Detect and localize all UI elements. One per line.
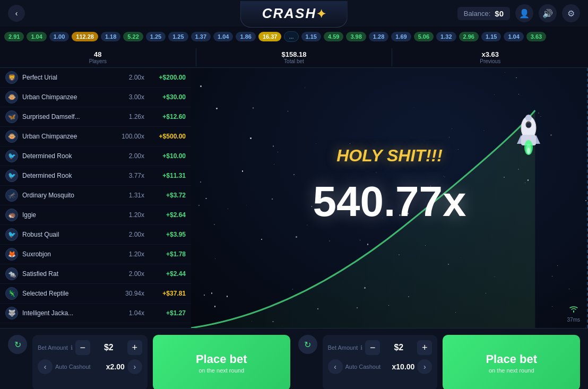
info-icon-2: ℹ	[360, 344, 362, 351]
bet-value-2: $2	[383, 343, 414, 352]
person-icon-button[interactable]: 👤	[515, 4, 533, 22]
player-row: 🐵 Urban Chimpanzee 3.00x +$30.00	[0, 88, 191, 107]
player-mult: 3.77x	[113, 172, 144, 179]
player-win: +$11.31	[149, 172, 186, 179]
player-win: +$3.72	[149, 192, 186, 199]
player-row: 🦋 Surprised Damself... 1.26x +$12.60	[0, 107, 191, 127]
total-bet-stat: $158.18 Total bet	[196, 48, 393, 66]
player-name: Urban Chimpanzee	[22, 133, 108, 140]
header-right: Balance: $0 👤 🔊 ⚙	[457, 4, 580, 22]
player-mult: 1.20x	[113, 250, 144, 258]
player-win: +$10.00	[149, 152, 186, 160]
player-row: 🐦 Determined Rook 3.77x +$11.31	[0, 166, 191, 186]
player-name: Urban Chimpanzee	[22, 93, 108, 101]
autocashout-next-1[interactable]: ›	[127, 359, 142, 374]
svg-point-10	[527, 148, 530, 154]
bet-plus-button-2[interactable]: +	[417, 340, 432, 355]
bet-amount-row-2: Bet Amount ℹ − $2 +	[328, 340, 433, 355]
multiplier-pill: 3.63	[526, 32, 546, 41]
players-stat: 48 Players	[0, 48, 196, 66]
player-avatar: 🦋	[5, 110, 18, 123]
multiplier-pill: 1.86	[236, 32, 255, 41]
player-row: 🐦 Robust Quail 2.00x +$3.95	[0, 225, 191, 245]
player-avatar: 🐺	[5, 307, 18, 319]
main-area: 🦁 Perfect Urial 2.00x +$200.00 🐵 Urban C…	[0, 68, 588, 328]
bet-minus-button-1[interactable]: −	[75, 340, 90, 355]
previous-value: x3.63	[481, 50, 499, 58]
header: ‹ CRASH✦ Balance: $0 👤 🔊 ⚙	[0, 0, 588, 27]
autocashout-next-2[interactable]: ›	[417, 359, 432, 374]
header-left: ‹	[8, 5, 25, 22]
wifi-icon	[568, 305, 579, 316]
place-bet-button-2[interactable]: Place bet on the next round	[443, 335, 580, 389]
player-mult: 1.20x	[113, 211, 144, 219]
autocashout-label-1: Auto Cashout	[55, 364, 103, 370]
multiplier-pill: 3.98	[346, 32, 366, 41]
balance-label: Balance:	[464, 10, 491, 18]
multiplier-pill: 16.37	[258, 32, 282, 41]
bottom-panel: ↻ Bet Amount ℹ − $2 + ‹ Auto Cashout x2.…	[0, 328, 588, 389]
back-button[interactable]: ‹	[8, 5, 25, 22]
place-bet-button-1[interactable]: Place bet on the next round	[153, 335, 290, 389]
player-name: Intelligent Jacka...	[22, 309, 108, 317]
player-avatar: 🦔	[5, 209, 18, 221]
player-mult: 3.00x	[113, 93, 144, 101]
autocashout-prev-1[interactable]: ‹	[38, 359, 53, 374]
game-canvas: HOLY SHIT!!! 540.77x	[191, 68, 588, 328]
player-mult: 1.04x	[113, 309, 144, 317]
multiplier-pill: 1.04	[213, 32, 233, 41]
player-win: +$1.27	[149, 309, 186, 317]
bet-section-2: ↻ Bet Amount ℹ − $2 + ‹ Auto Cashout x10…	[298, 335, 581, 389]
multiplier-pill: 1.28	[369, 32, 388, 41]
autocashout-prev-2[interactable]: ‹	[328, 359, 343, 374]
players-panel: 🦁 Perfect Urial 2.00x +$200.00 🐵 Urban C…	[0, 68, 191, 328]
bet-plus-button-1[interactable]: +	[127, 340, 142, 355]
refresh-button-2[interactable]: ↻	[298, 335, 317, 354]
multiplier-pill: 1.18	[101, 32, 120, 41]
multiplier-pill: 1.00	[49, 32, 69, 41]
player-row: 🦟 Ordinary Mosquito 1.31x +$3.72	[0, 186, 191, 205]
player-name: Suxrobjon	[22, 250, 108, 258]
player-avatar: 🦁	[5, 71, 18, 84]
bet-value-1: $2	[93, 343, 125, 352]
player-name: Determined Rook	[22, 152, 108, 160]
multiplier-pill: 1.04	[504, 32, 523, 41]
player-win: +$2.44	[149, 270, 186, 278]
total-bet-label: Total bet	[284, 58, 304, 64]
refresh-button-1[interactable]: ↻	[8, 335, 27, 354]
player-avatar: 🐵	[5, 130, 18, 143]
multiplier-bar: 2.911.041.00112.281.185.221.251.251.371.…	[0, 27, 588, 47]
player-row: 🦎 Selected Reptile 30.94x +$37.81	[0, 284, 191, 304]
bet-section-1: ↻ Bet Amount ℹ − $2 + ‹ Auto Cashout x2.…	[8, 335, 290, 389]
rocket-container	[517, 115, 540, 150]
multiplier-pill: 5.06	[414, 32, 434, 41]
player-mult: 30.94x	[113, 290, 144, 297]
bet-controls-2: Bet Amount ℹ − $2 + ‹ Auto Cashout x10.0…	[323, 335, 438, 389]
place-bet-label-2: Place bet	[486, 352, 537, 366]
player-avatar: 🦊	[5, 248, 18, 261]
multiplier-pill: 1.25	[168, 32, 188, 41]
player-mult: 2.00x	[113, 231, 144, 238]
multiplier-pill: 112.28	[72, 32, 98, 41]
previous-stat: x3.63 Previous	[392, 48, 588, 66]
sound-icon-button[interactable]: 🔊	[539, 4, 557, 22]
autocashout-row-2: ‹ Auto Cashout x10.00 ›	[328, 359, 433, 374]
player-name: Surprised Damself...	[22, 113, 108, 120]
svg-point-5	[525, 115, 532, 121]
svg-marker-3	[517, 135, 521, 144]
refresh-icon-1: ↻	[14, 340, 21, 350]
logo-bg: CRASH✦	[240, 1, 348, 28]
multiplier-pill: 1.25	[146, 32, 166, 41]
player-win: +$30.00	[149, 93, 186, 101]
player-name: Robust Quail	[22, 231, 108, 238]
player-mult: 2.00x	[113, 270, 144, 278]
settings-icon-button[interactable]: ⚙	[562, 4, 580, 22]
player-name: Ordinary Mosquito	[22, 192, 108, 199]
player-row: 🦊 Suxrobjon 1.20x +$1.78	[0, 245, 191, 264]
player-name: Iggie	[22, 211, 108, 219]
bet-minus-button-2[interactable]: −	[365, 340, 380, 355]
player-avatar: 🐦	[5, 169, 18, 182]
player-mult: 1.31x	[113, 192, 144, 199]
multiplier-pill: 1.69	[391, 32, 411, 41]
place-bet-subtitle-2: on the next round	[489, 367, 534, 374]
